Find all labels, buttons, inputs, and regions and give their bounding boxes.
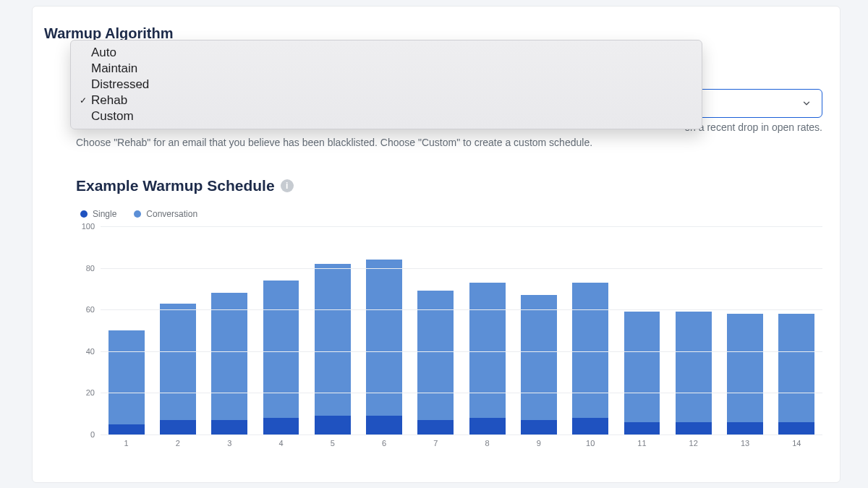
- algorithm-option[interactable]: Distressed: [71, 77, 702, 93]
- bar-segment-single: [676, 422, 712, 435]
- bar-segment-conversation: [676, 312, 712, 422]
- chart-bars: [101, 226, 822, 435]
- settings-card: Warmup Algorithm en a recent drop in ope…: [32, 6, 841, 483]
- bar-slot: [410, 226, 461, 435]
- bar-segment-conversation: [469, 283, 506, 418]
- bar-segment-single: [624, 422, 660, 435]
- legend-item-single[interactable]: Single: [80, 209, 116, 219]
- bar[interactable]: [109, 330, 145, 435]
- bar-segment-single: [366, 416, 402, 435]
- bar[interactable]: [624, 312, 660, 435]
- algorithm-option[interactable]: Custom: [71, 108, 702, 124]
- x-tick: 9: [513, 435, 564, 450]
- bar-segment-conversation: [109, 330, 145, 424]
- y-tick: 40: [76, 347, 95, 356]
- x-tick: 7: [410, 435, 461, 450]
- x-tick: 13: [719, 435, 770, 450]
- bar-segment-single: [263, 418, 299, 435]
- bar[interactable]: [727, 314, 763, 435]
- bar[interactable]: [778, 314, 814, 435]
- bar-segment-conversation: [572, 283, 608, 418]
- algorithm-option-label: Distressed: [91, 77, 149, 92]
- info-icon[interactable]: i: [281, 179, 294, 192]
- algorithm-option-label: Custom: [91, 109, 134, 124]
- bar-slot: [668, 226, 719, 435]
- gridline: [101, 393, 822, 393]
- bar-segment-conversation: [778, 314, 814, 422]
- bar-segment-conversation: [160, 304, 196, 420]
- gridline: [101, 268, 822, 269]
- bar-segment-single: [469, 418, 506, 435]
- bar-segment-single: [572, 418, 608, 435]
- bar-segment-single: [315, 416, 351, 435]
- bar-segment-single: [417, 420, 454, 435]
- x-tick: 5: [307, 435, 358, 450]
- bar[interactable]: [315, 264, 351, 435]
- chart-area: 020406080100 1234567891011121314: [76, 226, 822, 450]
- x-tick: 14: [771, 435, 822, 450]
- bar[interactable]: [521, 295, 557, 435]
- chart-section: Example Warmup Schedule i Single Convers…: [76, 177, 822, 450]
- legend-label-single: Single: [93, 209, 116, 219]
- bar-slot: [255, 226, 307, 435]
- legend-swatch-single: [80, 210, 88, 218]
- chevron-down-icon: [801, 98, 812, 108]
- bar[interactable]: [572, 283, 608, 435]
- bar-segment-single: [160, 420, 196, 435]
- chart-y-axis: 020406080100: [76, 226, 98, 435]
- bar[interactable]: [417, 291, 454, 435]
- bar-segment-conversation: [263, 281, 299, 418]
- bar-segment-single: [109, 424, 145, 435]
- bar[interactable]: [211, 293, 247, 435]
- bar-segment-single: [778, 422, 814, 435]
- chart-plot: [101, 226, 822, 435]
- y-tick: 20: [76, 388, 95, 397]
- bar[interactable]: [263, 281, 299, 435]
- chart-title: Example Warmup Schedule: [76, 177, 275, 194]
- bar-slot: [204, 226, 255, 435]
- bar-slot: [358, 226, 409, 435]
- bar-slot: [565, 226, 616, 435]
- bar-segment-single: [211, 420, 247, 435]
- y-tick: 80: [76, 264, 95, 273]
- bar[interactable]: [366, 260, 402, 435]
- x-tick: 3: [204, 435, 255, 450]
- bar-segment-conversation: [521, 295, 557, 420]
- bar-slot: [616, 226, 668, 435]
- bar-slot: [152, 226, 203, 435]
- bar-slot: [513, 226, 564, 435]
- bar-segment-conversation: [727, 314, 763, 422]
- algorithm-select-menu[interactable]: AutoMaintainDistressed✓RehabCustom: [70, 40, 702, 129]
- algorithm-option-label: Auto: [91, 46, 116, 60]
- algorithm-option-label: Rehab: [91, 93, 127, 108]
- bar[interactable]: [160, 304, 196, 435]
- bar-slot: [771, 226, 822, 435]
- y-tick: 60: [76, 305, 95, 314]
- algorithm-option[interactable]: ✓Rehab: [71, 93, 702, 108]
- check-icon: ✓: [78, 95, 88, 106]
- bar-segment-single: [727, 422, 763, 435]
- chart-x-axis: 1234567891011121314: [101, 435, 822, 450]
- y-tick: 100: [76, 222, 95, 231]
- algorithm-option[interactable]: Auto: [71, 45, 702, 61]
- gridline: [101, 226, 822, 227]
- legend-item-conversation[interactable]: Conversation: [134, 209, 197, 219]
- bar[interactable]: [469, 283, 506, 435]
- x-tick: 11: [616, 435, 668, 450]
- algorithm-option[interactable]: Maintain: [71, 61, 702, 77]
- x-tick: 6: [358, 435, 409, 450]
- algorithm-option-label: Maintain: [91, 61, 137, 76]
- x-tick: 8: [461, 435, 513, 450]
- legend-label-conversation: Conversation: [146, 209, 197, 219]
- legend-swatch-conversation: [134, 210, 141, 218]
- x-tick: 4: [255, 435, 307, 450]
- bar-segment-conversation: [624, 312, 660, 422]
- bar-slot: [719, 226, 770, 435]
- help-text-line2: Choose "Rehab" for an email that you bel…: [76, 137, 822, 148]
- bar-segment-single: [521, 420, 557, 435]
- bar[interactable]: [676, 312, 712, 435]
- bar-slot: [101, 226, 152, 435]
- x-tick: 2: [152, 435, 203, 450]
- y-tick: 0: [76, 430, 95, 439]
- bar-slot: [307, 226, 358, 435]
